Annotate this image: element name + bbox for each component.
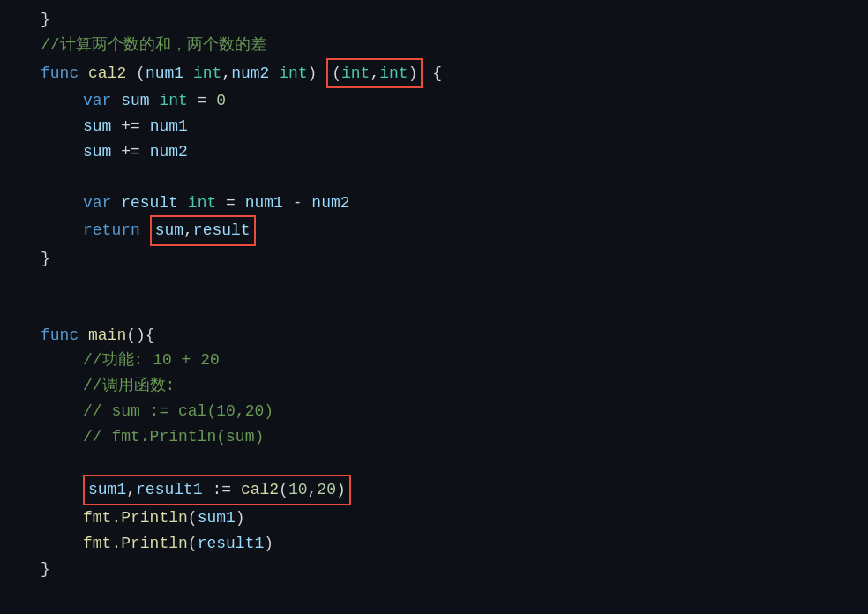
return-value-highlight: sum , result <box>150 215 256 246</box>
paren-open: ( <box>136 61 146 86</box>
blank-line3 <box>0 297 868 323</box>
line-content: } <box>41 7 861 33</box>
line-content: fmt.Println ( sum1 ) <box>41 505 861 531</box>
blank-line <box>0 165 868 191</box>
line-content: func cal2 ( num1 int , num2 int ) ( int … <box>41 58 861 89</box>
paren-open2: ( <box>332 61 341 86</box>
code-editor: } //计算两个数的和，两个数的差 func cal2 ( num1 int , <box>0 0 868 614</box>
param-num2: num2 <box>231 61 269 86</box>
space <box>216 191 226 216</box>
func-name-main: main <box>88 323 126 348</box>
result1-var: result1 <box>136 477 203 503</box>
code-line-comment-call: //调用函数: <box>0 373 868 399</box>
paren-fmt2-open: ( <box>188 531 198 557</box>
comment-fmt: // fmt.Println(sum) <box>83 424 264 450</box>
line-content: //计算两个数的和，两个数的差 <box>41 33 861 58</box>
brace-open: { <box>432 61 442 86</box>
code-line-fmt-sum1: fmt.Println ( sum1 ) <box>0 505 868 531</box>
space <box>150 88 160 114</box>
line-content <box>41 165 861 191</box>
paren-fmt1-close: ) <box>236 505 245 531</box>
code-line-comment-func: //功能: 10 + 20 <box>0 348 868 373</box>
eq-op: = <box>198 88 207 114</box>
code-line-fmt-result1: fmt.Println ( result1 ) <box>0 531 868 557</box>
type-int-ret2: int <box>379 61 408 86</box>
param-num1: num1 <box>146 61 183 86</box>
sum1-var: sum1 <box>88 477 126 503</box>
comma1: , <box>221 61 231 86</box>
result-return: result <box>193 218 251 243</box>
brace-close2: } <box>41 246 50 272</box>
sum-var1: sum <box>83 114 111 139</box>
comma-return: , <box>183 218 193 243</box>
code-line-return: return sum , result <box>0 215 868 246</box>
code-line-comment-sum: // sum := cal(10,20) <box>0 399 868 424</box>
line-content: } <box>41 557 861 582</box>
line-content: return sum , result <box>41 215 861 246</box>
sum-return: sum <box>155 218 183 243</box>
return-type-highlight: ( int , int ) <box>326 58 423 89</box>
arg2: 20 <box>317 477 336 503</box>
num2-ref2: num2 <box>311 191 349 216</box>
paren-close1: ) <box>308 61 318 86</box>
space <box>423 61 432 86</box>
code-line-brace3: } <box>0 557 868 582</box>
line-content <box>41 450 861 475</box>
line-content: } <box>41 246 861 272</box>
sum-var2: sum <box>83 139 111 165</box>
space <box>236 191 245 216</box>
space <box>269 61 279 86</box>
line-content <box>41 297 861 323</box>
paren-call-open: ( <box>279 477 288 503</box>
comment-text: //计算两个数的和，两个数的差 <box>41 33 266 58</box>
line-content: // fmt.Println(sum) <box>41 424 861 450</box>
type-int1: int <box>193 61 221 86</box>
code-line-var-sum: var sum int = 0 <box>0 88 868 114</box>
space <box>283 191 293 216</box>
comment-func: //功能: 10 + 20 <box>83 348 220 373</box>
return-keyword: return <box>83 218 140 243</box>
brace-close3: } <box>41 557 50 582</box>
line-content: var result int = num1 - num2 <box>41 191 861 216</box>
line-content: sum1 , result1 := cal2 ( 10 , 20 ) <box>41 475 861 505</box>
space <box>140 114 150 139</box>
comma2: , <box>370 61 379 86</box>
short-assign: := <box>212 477 231 503</box>
comment-call: //调用函数: <box>83 373 175 399</box>
comma-arg: , <box>308 477 318 503</box>
func-keyword2: func <box>41 323 79 348</box>
blank-line2 <box>0 272 868 297</box>
fmt-println1: fmt.Println <box>83 505 188 531</box>
line-content <box>41 272 861 297</box>
space <box>111 88 121 114</box>
space <box>111 114 121 139</box>
type-int-ret1: int <box>341 61 370 86</box>
type-int-result: int <box>188 191 216 216</box>
paren-fmt1-open: ( <box>188 505 198 531</box>
paren-call-close: ) <box>336 477 346 503</box>
code-line-brace2: } <box>0 246 868 272</box>
line-content: sum += num2 <box>41 139 861 165</box>
var-sum: sum <box>121 88 149 114</box>
type-int-sum: int <box>159 88 187 114</box>
code-line-sum-num2: sum += num2 <box>0 139 868 165</box>
space <box>183 61 193 86</box>
space <box>178 191 188 216</box>
paren-fmt2-close: ) <box>264 531 273 557</box>
space <box>203 477 213 503</box>
space <box>111 139 121 165</box>
code-line-comment-fmt: // fmt.Println(sum) <box>0 424 868 450</box>
code-line-comment1: //计算两个数的和，两个数的差 <box>0 33 868 58</box>
func-call-cal2: cal2 <box>241 477 279 503</box>
code-line: } <box>0 7 868 33</box>
code-line-sum-num1: sum += num1 <box>0 114 868 139</box>
plus-eq2: += <box>121 139 140 165</box>
space <box>231 477 241 503</box>
num2-ref: num2 <box>150 139 188 165</box>
zero-val: 0 <box>216 88 226 114</box>
code-content: } //计算两个数的和，两个数的差 func cal2 ( num1 int , <box>0 0 868 614</box>
space <box>140 139 150 165</box>
blank-line4 <box>0 450 868 475</box>
sum1-arg: sum1 <box>198 505 236 531</box>
paren-close2: ) <box>408 61 418 86</box>
